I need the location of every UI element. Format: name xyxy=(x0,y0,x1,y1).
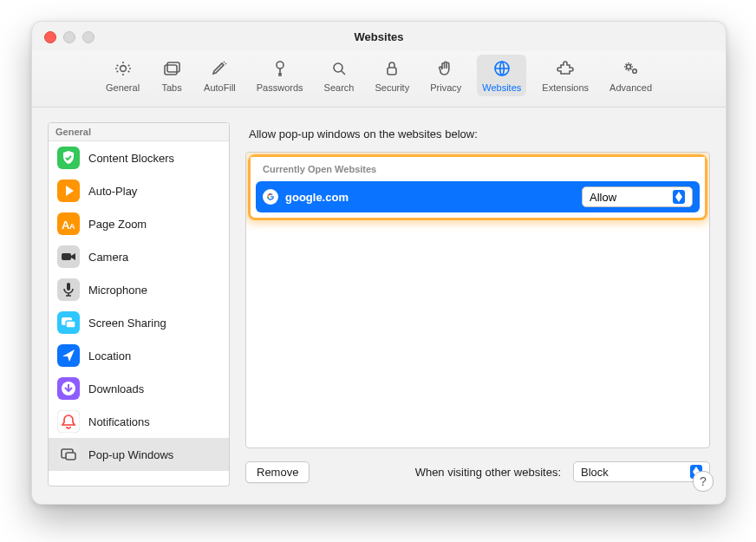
sidebar-item-microphone[interactable]: Microphone xyxy=(49,273,229,306)
screen-sharing-icon xyxy=(57,311,80,334)
search-icon xyxy=(328,58,350,79)
svg-rect-27 xyxy=(66,453,75,460)
sidebar-item-label: Pop-up Windows xyxy=(88,448,173,461)
google-favicon-icon xyxy=(263,189,278,205)
sidebar-item-label: Auto-Play xyxy=(88,185,137,198)
website-domain: google.com xyxy=(285,191,575,204)
remove-button[interactable]: Remove xyxy=(245,461,310,483)
svg-rect-5 xyxy=(388,68,396,75)
svg-rect-15 xyxy=(62,253,71,260)
svg-rect-17 xyxy=(67,283,70,291)
zoom-window-button[interactable] xyxy=(82,31,94,43)
sidebar-item-auto-play[interactable]: Auto-Play xyxy=(49,174,229,207)
tab-general[interactable]: General xyxy=(101,55,145,96)
tab-privacy[interactable]: Privacy xyxy=(425,55,466,96)
svg-text:A: A xyxy=(69,222,75,231)
preferences-window: Websites General Tabs AutoFill Passwords… xyxy=(31,21,727,505)
website-row[interactable]: google.com Allow xyxy=(256,181,700,212)
tabs-icon xyxy=(160,58,183,79)
sidebar-item-label: Content Blockers xyxy=(88,152,174,165)
content-pane: Allow pop-up windows on the websites bel… xyxy=(245,122,710,486)
instruction-text: Allow pop-up windows on the websites bel… xyxy=(249,127,707,140)
sidebar-item-camera[interactable]: Camera xyxy=(49,240,229,273)
pen-sparkle-icon xyxy=(208,58,231,79)
tab-tabs[interactable]: Tabs xyxy=(155,55,188,96)
svg-point-8 xyxy=(632,69,636,74)
select-arrows-icon xyxy=(673,190,685,204)
globe-icon xyxy=(491,58,513,79)
sidebar-item-screen-sharing[interactable]: Screen Sharing xyxy=(49,306,229,339)
svg-rect-24 xyxy=(57,410,80,433)
sidebar-item-content-blockers[interactable]: Content Blockers xyxy=(49,141,229,174)
sidebar-item-page-zoom[interactable]: AA Page Zoom xyxy=(49,207,229,240)
svg-rect-2 xyxy=(167,62,179,72)
website-list: Currently Open Websites google.com Allow xyxy=(245,152,710,448)
tab-search[interactable]: Search xyxy=(319,55,360,96)
page-zoom-icon: AA xyxy=(57,212,80,235)
download-icon xyxy=(57,377,80,400)
play-icon xyxy=(57,180,80,202)
svg-point-4 xyxy=(334,63,342,72)
gear-icon xyxy=(112,58,134,79)
hand-icon xyxy=(434,58,457,79)
svg-point-0 xyxy=(120,66,126,72)
bottom-controls: Remove When visiting other websites: Blo… xyxy=(245,457,710,486)
sidebar-header: General xyxy=(49,123,229,141)
tab-security[interactable]: Security xyxy=(369,55,414,96)
sidebar-item-label: Location xyxy=(88,349,131,362)
lock-icon xyxy=(381,58,403,79)
window-title: Websites xyxy=(355,30,404,43)
help-button[interactable]: ? xyxy=(693,471,714,492)
tab-autofill[interactable]: AutoFill xyxy=(199,55,241,96)
tab-websites[interactable]: Websites xyxy=(477,55,526,96)
other-websites-label: When visiting other websites: xyxy=(415,466,561,479)
other-websites-select[interactable]: Block xyxy=(573,461,710,482)
location-arrow-icon xyxy=(57,344,80,367)
sidebar-item-location[interactable]: Location xyxy=(49,339,229,372)
tab-advanced[interactable]: Advanced xyxy=(604,55,657,96)
bell-icon xyxy=(57,410,80,433)
shield-check-icon xyxy=(57,147,80,169)
key-icon xyxy=(269,58,291,79)
row-permission-select[interactable]: Allow xyxy=(582,186,693,207)
sidebar-item-notifications[interactable]: Notifications xyxy=(49,405,229,438)
camera-icon xyxy=(57,245,80,268)
svg-rect-20 xyxy=(66,321,75,328)
tab-passwords[interactable]: Passwords xyxy=(251,55,309,96)
sidebar-item-label: Notifications xyxy=(88,415,150,428)
sidebar-item-label: Page Zoom xyxy=(88,218,147,231)
sidebar-item-label: Microphone xyxy=(88,284,147,297)
svg-point-7 xyxy=(626,65,630,69)
other-websites-value: Block xyxy=(581,466,609,479)
tutorial-highlight: Currently Open Websites google.com Allow xyxy=(248,154,707,220)
row-permission-value: Allow xyxy=(590,191,616,204)
window-controls xyxy=(44,31,94,43)
minimize-window-button[interactable] xyxy=(63,31,75,43)
puzzle-icon xyxy=(554,58,577,79)
sidebar-item-label: Screen Sharing xyxy=(88,317,166,330)
microphone-icon xyxy=(57,278,80,301)
titlebar: Websites xyxy=(32,22,726,51)
sidebar-item-downloads[interactable]: Downloads xyxy=(49,372,229,405)
popup-window-icon xyxy=(57,443,80,466)
close-window-button[interactable] xyxy=(44,31,56,43)
double-gear-icon xyxy=(620,58,642,79)
tab-extensions[interactable]: Extensions xyxy=(537,55,594,96)
preferences-toolbar: General Tabs AutoFill Passwords Search S… xyxy=(32,51,726,108)
svg-rect-1 xyxy=(165,65,177,75)
sidebar-item-label: Downloads xyxy=(88,382,144,395)
svg-point-3 xyxy=(277,62,284,69)
list-section-header: Currently Open Websites xyxy=(251,157,705,181)
settings-sidebar: General Content Blockers Auto-Play AA Pa… xyxy=(48,122,230,486)
sidebar-item-label: Camera xyxy=(88,251,128,264)
sidebar-item-popup-windows[interactable]: Pop-up Windows xyxy=(49,438,229,471)
